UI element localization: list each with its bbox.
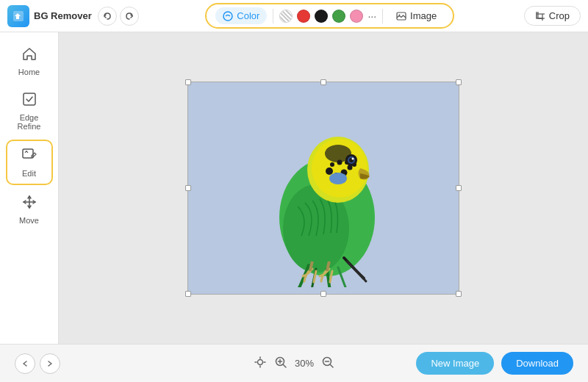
bottom-bar: 30% New Image Download <box>0 344 588 382</box>
app-logo-icon <box>7 5 29 27</box>
handle-middle-right[interactable] <box>456 185 462 191</box>
image-tool-button[interactable]: Image <box>389 7 444 24</box>
sidebar: Home Edge Refine Edit <box>0 32 59 344</box>
crop-button[interactable]: Crop <box>524 6 581 26</box>
prev-button[interactable] <box>15 353 35 374</box>
crop-label: Crop <box>549 10 570 21</box>
sidebar-move-label: Move <box>19 216 39 225</box>
home-icon <box>21 46 37 65</box>
toolbar-container: Color ··· Image <box>145 3 515 29</box>
sidebar-home-label: Home <box>18 68 40 76</box>
handle-top-center[interactable] <box>320 79 326 85</box>
new-image-button[interactable]: New Image <box>416 352 494 375</box>
sidebar-item-home[interactable]: Home <box>6 40 53 82</box>
zoom-controls: 30% <box>254 356 334 372</box>
move-icon <box>21 194 37 214</box>
handle-middle-left[interactable] <box>185 185 191 191</box>
redo-button[interactable] <box>120 7 139 26</box>
action-buttons: New Image Download <box>416 352 573 375</box>
sidebar-edit-label: Edit <box>22 169 36 178</box>
download-button[interactable]: Download <box>501 352 573 375</box>
sidebar-item-edge-refine[interactable]: Edge Refine <box>6 85 53 137</box>
svg-point-26 <box>352 158 354 160</box>
image-tool-label: Image <box>410 10 437 21</box>
zoom-out-icon[interactable] <box>321 356 334 372</box>
svg-point-28 <box>257 359 262 364</box>
color-tool-label: Color <box>237 10 259 21</box>
app-name: BG Remover <box>34 10 92 21</box>
more-colors-button[interactable]: ··· <box>368 10 376 22</box>
edit-icon <box>21 147 37 167</box>
svg-point-1 <box>223 12 232 21</box>
color-tool-button[interactable]: Color <box>215 7 267 24</box>
logo-area: BG Remover <box>7 5 92 27</box>
next-button[interactable] <box>40 353 60 374</box>
toolbar-divider-1 <box>273 9 273 24</box>
svg-rect-8 <box>24 93 35 105</box>
header: BG Remover Color ··· <box>0 0 588 32</box>
color-swatch-red[interactable] <box>297 10 310 23</box>
handle-top-left[interactable] <box>185 79 191 85</box>
header-nav <box>98 7 139 26</box>
canvas-area <box>59 32 588 344</box>
color-swatch-green[interactable] <box>332 10 345 23</box>
undo-button[interactable] <box>98 7 117 26</box>
sidebar-edge-refine-label: Edge Refine <box>10 113 49 131</box>
zoom-percentage: 30% <box>295 358 314 369</box>
sidebar-item-move[interactable]: Move <box>6 188 53 231</box>
svg-point-18 <box>330 162 334 167</box>
color-swatch-transparent[interactable] <box>279 10 293 23</box>
pan-icon[interactable] <box>254 356 267 372</box>
edge-refine-icon <box>21 91 37 111</box>
toolbar: Color ··· Image <box>205 3 454 29</box>
parrot-image <box>188 82 459 294</box>
color-swatch-pink[interactable] <box>350 10 363 23</box>
color-swatch-dark[interactable] <box>315 10 328 23</box>
bottom-nav-buttons <box>15 353 60 374</box>
toolbar-divider-2 <box>382 9 383 24</box>
handle-bottom-right[interactable] <box>456 291 462 297</box>
zoom-in-icon[interactable] <box>274 356 287 372</box>
main-layout: Home Edge Refine Edit <box>0 32 588 344</box>
handle-top-right[interactable] <box>456 79 462 85</box>
image-container[interactable] <box>187 82 459 295</box>
svg-point-27 <box>329 173 347 184</box>
handle-bottom-left[interactable] <box>185 291 191 297</box>
sidebar-item-edit[interactable]: Edit <box>6 140 53 185</box>
handle-bottom-center[interactable] <box>320 291 326 297</box>
svg-point-14 <box>326 167 333 175</box>
